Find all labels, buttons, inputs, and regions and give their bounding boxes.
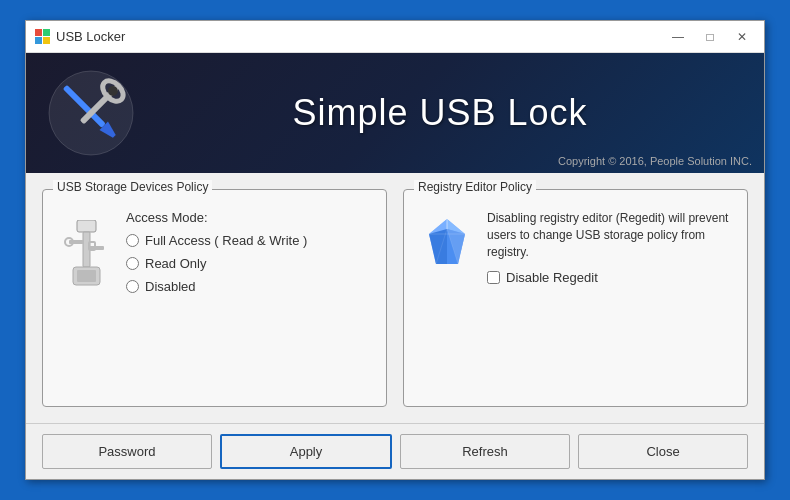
app-title: Simple USB Lock bbox=[292, 92, 587, 134]
full-access-radio[interactable] bbox=[126, 234, 139, 247]
main-window: USB Locker — □ ✕ bbox=[25, 20, 765, 480]
minimize-button[interactable]: — bbox=[664, 27, 692, 47]
usb-icon-area bbox=[59, 210, 114, 302]
footer: Password Apply Refresh Close bbox=[26, 423, 764, 479]
svg-rect-8 bbox=[69, 240, 84, 244]
window-title: USB Locker bbox=[56, 29, 664, 44]
registry-panel-content: Disabling registry editor (Regedit) will… bbox=[420, 210, 731, 285]
registry-icon-area bbox=[420, 210, 475, 285]
usb-options: Access Mode: Full Access ( Read & Write … bbox=[126, 210, 370, 302]
read-only-option[interactable]: Read Only bbox=[126, 256, 370, 271]
usb-icon bbox=[59, 220, 114, 290]
maximize-button[interactable]: □ bbox=[696, 27, 724, 47]
disabled-radio[interactable] bbox=[126, 280, 139, 293]
registry-panel-title: Registry Editor Policy bbox=[414, 180, 536, 194]
full-access-option[interactable]: Full Access ( Read & Write ) bbox=[126, 233, 370, 248]
title-bar: USB Locker — □ ✕ bbox=[26, 21, 764, 53]
usb-panel-content: Access Mode: Full Access ( Read & Write … bbox=[59, 210, 370, 302]
read-only-radio[interactable] bbox=[126, 257, 139, 270]
read-only-label: Read Only bbox=[145, 256, 206, 271]
access-mode-label: Access Mode: bbox=[126, 210, 370, 225]
svg-rect-13 bbox=[77, 270, 96, 282]
password-button[interactable]: Password bbox=[42, 434, 212, 469]
main-content: USB Storage Devices Policy bbox=[26, 173, 764, 423]
registry-description: Disabling registry editor (Regedit) will… bbox=[487, 210, 731, 260]
disable-regedit-checkbox[interactable] bbox=[487, 271, 500, 284]
close-button[interactable]: Close bbox=[578, 434, 748, 469]
disabled-option[interactable]: Disabled bbox=[126, 279, 370, 294]
app-icon bbox=[34, 29, 50, 45]
usb-panel-title: USB Storage Devices Policy bbox=[53, 180, 212, 194]
header-banner: Simple USB Lock Copyright © 2016, People… bbox=[26, 53, 764, 173]
apply-button[interactable]: Apply bbox=[220, 434, 392, 469]
disable-regedit-option[interactable]: Disable Regedit bbox=[487, 270, 731, 285]
usb-policy-panel: USB Storage Devices Policy bbox=[42, 189, 387, 407]
registry-icon bbox=[420, 214, 475, 274]
svg-rect-6 bbox=[77, 220, 96, 232]
registry-options: Disabling registry editor (Regedit) will… bbox=[487, 210, 731, 285]
refresh-button[interactable]: Refresh bbox=[400, 434, 570, 469]
copyright-text: Copyright © 2016, People Solution INC. bbox=[558, 155, 752, 167]
full-access-label: Full Access ( Read & Write ) bbox=[145, 233, 307, 248]
close-window-button[interactable]: ✕ bbox=[728, 27, 756, 47]
window-controls: — □ ✕ bbox=[664, 27, 756, 47]
app-logo bbox=[46, 68, 136, 158]
header-text: Simple USB Lock bbox=[136, 92, 744, 134]
disabled-label: Disabled bbox=[145, 279, 196, 294]
disable-regedit-label: Disable Regedit bbox=[506, 270, 598, 285]
registry-policy-panel: Registry Editor Policy bbox=[403, 189, 748, 407]
